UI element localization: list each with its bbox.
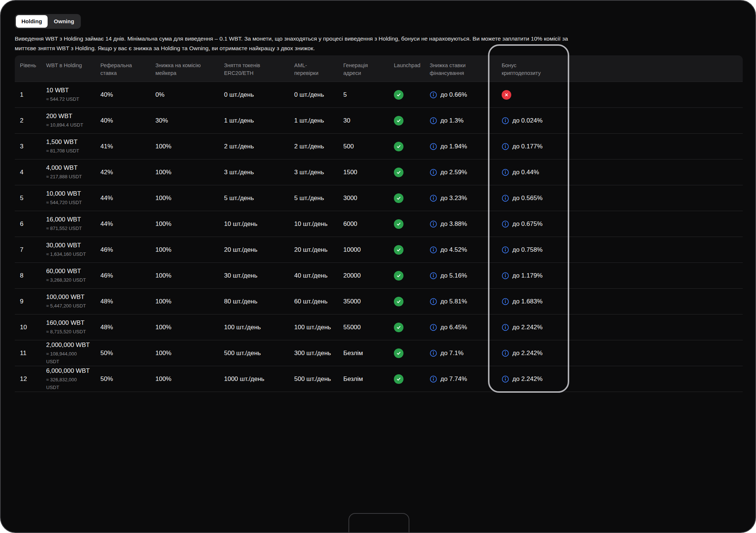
wbt-usdt-equivalent: ≈ 326,832,000 USDT	[46, 376, 90, 391]
erc20-withdrawal-cell: 1 шт./день	[219, 117, 289, 124]
info-icon[interactable]	[502, 272, 509, 279]
info-icon[interactable]	[430, 375, 437, 383]
referral-rate-cell: 42%	[95, 168, 150, 176]
wbt-amount: 2,000,000 WBT	[46, 341, 90, 348]
info-icon[interactable]	[502, 246, 509, 254]
maker-fee-discount-cell: 100%	[150, 298, 219, 305]
info-icon[interactable]	[430, 195, 437, 202]
info-icon[interactable]	[430, 143, 437, 150]
info-icon[interactable]	[430, 324, 437, 331]
address-generation-cell: 35000	[338, 298, 389, 305]
aml-checks-cell: 3 шт./день	[289, 168, 338, 176]
level-cell: 7	[15, 246, 41, 254]
check-icon	[394, 168, 403, 177]
launchpad-cell	[389, 116, 425, 125]
maker-fee-discount-cell: 100%	[150, 375, 219, 383]
referral-rate-cell: 44%	[95, 194, 150, 202]
crypto-deposit-bonus-cell: до 2.242%	[496, 349, 743, 357]
address-generation-cell: Безлім	[338, 375, 389, 383]
referral-rate-cell: 50%	[95, 375, 150, 383]
wbt-cell: 2,000,000 WBT≈ 108,944,000 USDT	[41, 341, 95, 365]
level-cell: 4	[15, 168, 41, 176]
funding-rate-value: до 2.59%	[440, 168, 467, 176]
table-row: 112,000,000 WBT≈ 108,944,000 USDT50%100%…	[15, 340, 743, 366]
wbt-cell: 4,000 WBT≈ 217,888 USDT	[41, 164, 95, 180]
address-generation-cell: Безлім	[338, 349, 389, 357]
address-generation-cell: 1500	[338, 168, 389, 176]
aml-checks-cell: 0 шт./день	[289, 91, 338, 99]
funding-rate-discount-cell: до 4.52%	[425, 246, 496, 254]
erc20-withdrawal-cell: 1000 шт./день	[219, 375, 289, 383]
info-icon[interactable]	[502, 375, 509, 383]
info-icon[interactable]	[430, 91, 437, 99]
info-icon[interactable]	[502, 324, 509, 331]
check-icon	[394, 219, 403, 229]
wbt-usdt-equivalent: ≈ 3,268,320 USDT	[46, 276, 90, 284]
wbt-cell: 6,000,000 WBT≈ 326,832,000 USDT	[41, 367, 95, 391]
wbt-amount: 16,000 WBT	[46, 216, 81, 223]
info-icon[interactable]	[430, 246, 437, 254]
deposit-bonus-value: до 0.177%	[512, 142, 543, 150]
funding-rate-value: до 1.3%	[440, 117, 464, 124]
column-header: Launchpad	[389, 55, 425, 69]
deposit-bonus-value: до 0.758%	[512, 246, 543, 254]
crypto-deposit-bonus-cell: до 2.242%	[496, 323, 743, 331]
info-icon[interactable]	[502, 117, 509, 124]
wbt-amount: 10,000 WBT	[46, 190, 81, 197]
table-row: 126,000,000 WBT≈ 326,832,000 USDT50%100%…	[15, 366, 743, 392]
level-cell: 12	[15, 375, 41, 383]
column-header: Бонус криптодепозиту	[496, 55, 548, 77]
info-icon[interactable]	[430, 350, 437, 357]
wbt-cell: 16,000 WBT≈ 871,552 USDT	[41, 216, 95, 232]
info-icon[interactable]	[430, 272, 437, 279]
deposit-bonus-value: до 0.565%	[512, 194, 543, 202]
info-icon[interactable]	[502, 143, 509, 150]
tab-holding[interactable]: Holding	[16, 15, 48, 28]
info-icon[interactable]	[430, 169, 437, 176]
crypto-deposit-bonus-cell: до 0.44%	[496, 168, 743, 176]
check-icon	[394, 116, 403, 125]
funding-rate-discount-cell: до 7.74%	[425, 375, 496, 383]
deposit-bonus-value: до 1.683%	[512, 298, 543, 305]
info-icon[interactable]	[430, 117, 437, 124]
wbt-amount: 60,000 WBT	[46, 268, 81, 275]
info-icon[interactable]	[502, 169, 509, 176]
wbt-cell: 10 WBT≈ 544.72 USDT	[41, 86, 95, 103]
address-generation-cell: 5	[338, 91, 389, 99]
wbt-amount: 1,500 WBT	[46, 138, 78, 145]
tab-owning[interactable]: Owning	[48, 15, 80, 28]
info-icon[interactable]	[502, 195, 509, 202]
referral-rate-cell: 41%	[95, 142, 150, 150]
crypto-deposit-bonus-cell: до 2.242%	[496, 375, 743, 383]
wbt-amount: 100,000 WBT	[46, 293, 85, 300]
deposit-bonus-value: до 2.242%	[512, 323, 543, 331]
check-icon	[394, 193, 403, 203]
referral-rate-cell: 44%	[95, 220, 150, 228]
info-icon[interactable]	[430, 220, 437, 228]
check-icon	[394, 348, 403, 358]
level-cell: 1	[15, 91, 41, 99]
wbt-usdt-equivalent: ≈ 544,720 USDT	[46, 199, 90, 206]
level-cell: 8	[15, 272, 41, 279]
launchpad-cell	[389, 297, 425, 306]
info-icon[interactable]	[430, 298, 437, 305]
erc20-withdrawal-cell: 10 шт./день	[219, 220, 289, 228]
info-icon[interactable]	[502, 350, 509, 357]
level-cell: 10	[15, 323, 41, 331]
maker-fee-discount-cell: 0%	[150, 91, 219, 99]
erc20-withdrawal-cell: 30 шт./день	[219, 272, 289, 279]
wbt-cell: 100,000 WBT≈ 5,447,200 USDT	[41, 293, 95, 310]
wbt-cell: 30,000 WBT≈ 1,634,160 USDT	[41, 241, 95, 258]
info-icon[interactable]	[502, 220, 509, 228]
aml-checks-cell: 2 шт./день	[289, 142, 338, 150]
level-cell: 5	[15, 194, 41, 202]
aml-checks-cell: 500 шт./день	[289, 375, 338, 383]
aml-checks-cell: 10 шт./день	[289, 220, 338, 228]
wbt-cell: 60,000 WBT≈ 3,268,320 USDT	[41, 267, 95, 284]
address-generation-cell: 30	[338, 117, 389, 124]
address-generation-cell: 500	[338, 142, 389, 150]
erc20-withdrawal-cell: 0 шт./день	[219, 91, 289, 99]
check-icon	[394, 271, 403, 281]
info-icon[interactable]	[502, 298, 509, 305]
table-row: 616,000 WBT≈ 871,552 USDT44%100%10 шт./д…	[15, 211, 743, 237]
